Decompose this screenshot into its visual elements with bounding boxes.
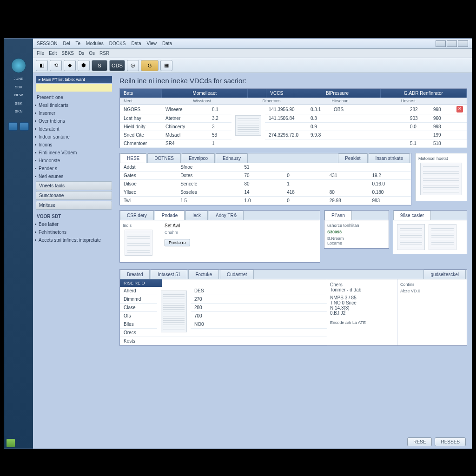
menu-item[interactable]: Edit (49, 51, 57, 56)
close-button[interactable] (458, 40, 468, 47)
tab[interactable]: leck (185, 211, 208, 220)
tab[interactable]: Adoy TR& (209, 211, 244, 220)
tab[interactable]: Intasest 51 (151, 270, 187, 279)
table-row[interactable]: AherdDES (120, 287, 327, 295)
nav-subitem[interactable]: Sunctonane (36, 191, 112, 200)
menu-item[interactable]: DOCKS (109, 41, 126, 46)
table-row[interactable]: Kosts (120, 337, 327, 345)
menu-item[interactable]: Os (89, 51, 95, 56)
sidebar-item[interactable]: SBK (5, 101, 32, 106)
table-row[interactable]: BilesNO0 (120, 320, 327, 329)
tab[interactable]: Edhausy (216, 153, 248, 163)
thumbnail-icon[interactable] (429, 224, 456, 250)
nav-item[interactable]: Fehintinetons (36, 228, 112, 236)
table-row[interactable]: Orecs (120, 329, 327, 337)
tab[interactable]: 98se casier (393, 211, 431, 220)
table-row[interactable]: YllsecSoseles14418800.180 (120, 188, 411, 197)
menu-item[interactable]: View (147, 41, 157, 46)
menu-item[interactable]: Data (162, 41, 172, 46)
nav-item[interactable]: Mesl tineicarts (36, 101, 112, 109)
secondary-menubar: File Edit SBKS Ds Os RSR (33, 49, 472, 58)
nav-item[interactable]: Neri esunes (36, 172, 112, 180)
table-row[interactable]: Ofs700 (120, 312, 327, 320)
nav-item[interactable]: Bee latter (36, 220, 112, 228)
table-row[interactable]: DilsoeSencele8010.16.0 (120, 180, 411, 188)
sidebar-button-icon[interactable] (20, 122, 29, 131)
nav-item[interactable]: Indoor santane (36, 133, 112, 141)
nav-subitem[interactable]: Vneets taols (36, 181, 112, 190)
nav-highlight[interactable] (36, 84, 112, 92)
table-row[interactable]: Lcat hayAtetner3.2141.1506.840.3903960 (120, 114, 467, 123)
minimize-button[interactable] (436, 40, 446, 47)
nav-item[interactable]: Pender s (36, 165, 112, 172)
sidebar-item[interactable]: NEW (5, 93, 32, 98)
column-header[interactable]: BlPressure (294, 89, 380, 98)
action-button[interactable]: Presto ro (165, 239, 190, 246)
tab[interactable]: Foctuke (188, 270, 219, 279)
sidebar-item[interactable]: JUNE (5, 77, 32, 81)
delete-icon[interactable]: ✕ (456, 106, 463, 112)
field-value: S30093 (327, 230, 386, 234)
toolbar-button[interactable]: ◧ (36, 60, 48, 71)
nav-item[interactable]: Idesratent (36, 125, 112, 133)
toolbar-button[interactable]: ⟲ (50, 60, 62, 71)
toolbar-button[interactable]: ▦ (160, 60, 172, 71)
tab[interactable]: gudseitesckel (423, 270, 466, 279)
sidebar-item[interactable]: SKN (5, 109, 32, 114)
thumbnail-icon[interactable] (125, 230, 152, 256)
tab[interactable]: Insan stnkate (369, 153, 410, 163)
tab[interactable]: Breatsd (120, 270, 150, 279)
column-header[interactable]: Bats (120, 89, 162, 98)
toolbar-button[interactable]: ⬢ (78, 60, 90, 71)
toolbar-button[interactable]: G (141, 60, 159, 71)
table-row[interactable]: GatesDotes70043119.2 (120, 172, 411, 180)
toolbar-button[interactable]: ◆ (64, 60, 76, 71)
table-row[interactable]: ChrnentoerSR415.1518 (120, 139, 467, 148)
maximize-button[interactable] (447, 40, 457, 47)
nav-item[interactable]: Insomer (36, 109, 112, 117)
tab[interactable]: Envnipco (182, 153, 215, 163)
nav-subitem[interactable]: Mnitase (36, 201, 112, 210)
table-row[interactable]: AddstSfnoe51 (120, 163, 411, 172)
column-header[interactable]: G.ADR Renfinrator (381, 89, 467, 98)
table-row[interactable]: Twi1 51.0029.98983 (120, 197, 411, 205)
menu-item[interactable]: Ds (79, 51, 84, 56)
menu-item[interactable]: SBKS (61, 51, 74, 56)
column-header[interactable]: Momelleaet (162, 89, 248, 98)
thumbnail-icon[interactable] (420, 163, 462, 195)
sidebar-button-icon[interactable] (8, 122, 18, 131)
menu-item[interactable]: Modules (86, 41, 104, 46)
table-row[interactable]: Dimnmd270 (120, 295, 327, 304)
tab[interactable]: Peaklet (338, 153, 367, 163)
table-row[interactable]: Sned CiteMdsael53274.3295.72.09.9.8199 (120, 131, 467, 139)
menu-item[interactable]: Data (131, 41, 141, 46)
table-row[interactable]: NGOESWiseere8.1141.3956.900.3.1OBS282998… (120, 105, 467, 114)
ok-button[interactable]: RESE (407, 437, 432, 446)
toolbar-button[interactable]: ◎ (127, 60, 139, 71)
table-row[interactable]: Hield dnityChincerty30.90.0998 (120, 123, 467, 131)
nav-item[interactable]: Finti inerle VDdem (36, 149, 112, 157)
tab[interactable]: Pi"aan (324, 211, 352, 220)
nav-item[interactable]: Hrooonste (36, 157, 112, 165)
menu-item[interactable]: SESSION (37, 41, 57, 46)
menu-item[interactable]: RSR (99, 51, 109, 56)
nav-item[interactable]: Over tnblons (36, 117, 112, 125)
cancel-button[interactable]: RESSES (435, 437, 466, 446)
nav-item[interactable]: Incons (36, 141, 112, 149)
toolbar-button[interactable]: S (92, 60, 107, 71)
tab[interactable]: Pndade (155, 211, 185, 220)
column-header[interactable]: VCCS (266, 89, 294, 98)
tab[interactable]: DOTNES (147, 153, 181, 163)
column-header[interactable] (248, 89, 266, 98)
menu-item[interactable]: Del (63, 41, 70, 46)
tab[interactable]: CSE dery (120, 211, 154, 220)
tab[interactable]: Cudastret (220, 270, 254, 279)
menu-item[interactable]: Te (75, 41, 80, 46)
sidebar-item[interactable]: SBK (5, 85, 32, 90)
nav-item[interactable]: Aecets stni tnfinest intopretate (36, 236, 112, 244)
table-row[interactable]: Clase280 (120, 304, 327, 312)
tab[interactable]: HESE (120, 153, 146, 163)
menu-item[interactable]: File (37, 51, 44, 56)
thumbnail-icon[interactable] (397, 224, 425, 250)
toolbar-button[interactable]: ODS (109, 60, 125, 71)
